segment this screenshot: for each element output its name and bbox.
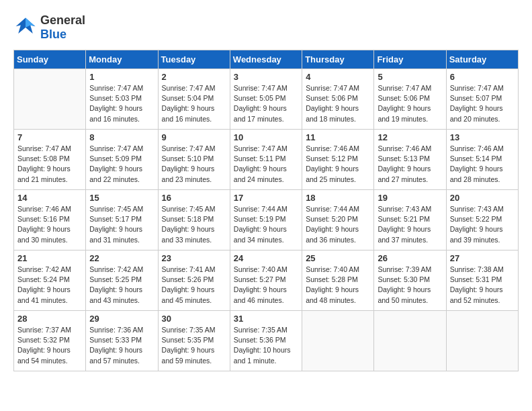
day-info: Sunrise: 7:47 AMSunset: 5:07 PMDaylight:…	[450, 83, 515, 124]
day-number: 21	[17, 253, 82, 263]
day-info: Sunrise: 7:44 AMSunset: 5:20 PMDaylight:…	[306, 204, 370, 245]
day-info: Sunrise: 7:40 AMSunset: 5:28 PMDaylight:…	[306, 265, 370, 306]
calendar-cell: 11Sunrise: 7:46 AMSunset: 5:12 PMDayligh…	[302, 130, 374, 190]
calendar-cell: 17Sunrise: 7:44 AMSunset: 5:19 PMDayligh…	[230, 190, 302, 250]
calendar-cell	[374, 311, 446, 371]
day-header-tuesday: Tuesday	[158, 50, 230, 69]
calendar-cell: 1Sunrise: 7:47 AMSunset: 5:03 PMDaylight…	[86, 69, 158, 130]
day-header-wednesday: Wednesday	[230, 50, 302, 69]
day-info: Sunrise: 7:45 AMSunset: 5:18 PMDaylight:…	[162, 204, 226, 245]
day-number: 17	[234, 193, 298, 203]
calendar-week-row: 21Sunrise: 7:42 AMSunset: 5:24 PMDayligh…	[14, 250, 519, 311]
day-number: 20	[450, 193, 515, 203]
calendar-cell: 7Sunrise: 7:47 AMSunset: 5:08 PMDaylight…	[14, 130, 86, 190]
day-info: Sunrise: 7:38 AMSunset: 5:31 PMDaylight:…	[450, 265, 515, 306]
day-number: 16	[162, 193, 226, 203]
calendar-week-row: 28Sunrise: 7:37 AMSunset: 5:32 PMDayligh…	[14, 311, 519, 371]
calendar-cell: 28Sunrise: 7:37 AMSunset: 5:32 PMDayligh…	[14, 311, 86, 371]
calendar-cell: 23Sunrise: 7:41 AMSunset: 5:26 PMDayligh…	[158, 250, 230, 311]
day-number: 28	[17, 314, 82, 324]
calendar-table: SundayMondayTuesdayWednesdayThursdayFrid…	[13, 50, 519, 371]
day-info: Sunrise: 7:47 AMSunset: 5:08 PMDaylight:…	[17, 144, 82, 185]
day-number: 31	[234, 314, 298, 324]
calendar-cell: 24Sunrise: 7:40 AMSunset: 5:27 PMDayligh…	[230, 250, 302, 311]
day-number: 19	[378, 193, 442, 203]
calendar-cell: 16Sunrise: 7:45 AMSunset: 5:18 PMDayligh…	[158, 190, 230, 250]
calendar-cell: 21Sunrise: 7:42 AMSunset: 5:24 PMDayligh…	[14, 250, 86, 311]
day-number: 11	[306, 132, 370, 142]
logo-bird-icon	[13, 15, 38, 40]
day-number: 25	[306, 253, 370, 263]
day-header-thursday: Thursday	[302, 50, 374, 69]
calendar-cell: 18Sunrise: 7:44 AMSunset: 5:20 PMDayligh…	[302, 190, 374, 250]
day-info: Sunrise: 7:47 AMSunset: 5:06 PMDaylight:…	[306, 83, 370, 124]
calendar-cell: 13Sunrise: 7:46 AMSunset: 5:14 PMDayligh…	[446, 130, 518, 190]
day-number: 18	[306, 193, 370, 203]
calendar-cell	[446, 311, 518, 371]
calendar-cell: 6Sunrise: 7:47 AMSunset: 5:07 PMDaylight…	[446, 69, 518, 130]
calendar-cell	[14, 69, 86, 130]
day-info: Sunrise: 7:47 AMSunset: 5:11 PMDaylight:…	[234, 144, 298, 185]
day-info: Sunrise: 7:47 AMSunset: 5:05 PMDaylight:…	[234, 83, 298, 124]
day-number: 2	[162, 72, 226, 82]
day-info: Sunrise: 7:43 AMSunset: 5:22 PMDaylight:…	[450, 204, 515, 245]
day-number: 30	[162, 314, 226, 324]
day-number: 5	[378, 72, 442, 82]
calendar-cell: 10Sunrise: 7:47 AMSunset: 5:11 PMDayligh…	[230, 130, 302, 190]
day-info: Sunrise: 7:47 AMSunset: 5:04 PMDaylight:…	[162, 83, 226, 124]
day-number: 23	[162, 253, 226, 263]
day-number: 24	[234, 253, 298, 263]
calendar-week-row: 14Sunrise: 7:46 AMSunset: 5:16 PMDayligh…	[14, 190, 519, 250]
day-number: 8	[89, 132, 154, 142]
day-number: 13	[450, 132, 515, 142]
calendar-cell: 8Sunrise: 7:47 AMSunset: 5:09 PMDaylight…	[86, 130, 158, 190]
day-header-sunday: Sunday	[14, 50, 86, 69]
day-number: 10	[234, 132, 298, 142]
calendar-cell: 25Sunrise: 7:40 AMSunset: 5:28 PMDayligh…	[302, 250, 374, 311]
day-header-saturday: Saturday	[446, 50, 518, 69]
day-number: 14	[17, 193, 82, 203]
day-info: Sunrise: 7:45 AMSunset: 5:17 PMDaylight:…	[89, 204, 154, 245]
calendar-cell: 12Sunrise: 7:46 AMSunset: 5:13 PMDayligh…	[374, 130, 446, 190]
day-info: Sunrise: 7:42 AMSunset: 5:24 PMDaylight:…	[17, 265, 82, 306]
day-info: Sunrise: 7:42 AMSunset: 5:25 PMDaylight:…	[89, 265, 154, 306]
calendar-cell	[302, 311, 374, 371]
day-number: 22	[89, 253, 154, 263]
day-number: 9	[162, 132, 226, 142]
day-info: Sunrise: 7:46 AMSunset: 5:14 PMDaylight:…	[450, 144, 515, 185]
day-info: Sunrise: 7:40 AMSunset: 5:27 PMDaylight:…	[234, 265, 298, 306]
day-info: Sunrise: 7:47 AMSunset: 5:06 PMDaylight:…	[378, 83, 442, 124]
day-info: Sunrise: 7:41 AMSunset: 5:26 PMDaylight:…	[162, 265, 226, 306]
day-info: Sunrise: 7:39 AMSunset: 5:30 PMDaylight:…	[378, 265, 442, 306]
day-number: 3	[234, 72, 298, 82]
day-info: Sunrise: 7:43 AMSunset: 5:21 PMDaylight:…	[378, 204, 442, 245]
day-info: Sunrise: 7:44 AMSunset: 5:19 PMDaylight:…	[234, 204, 298, 245]
calendar-cell: 29Sunrise: 7:36 AMSunset: 5:33 PMDayligh…	[86, 311, 158, 371]
calendar-cell: 19Sunrise: 7:43 AMSunset: 5:21 PMDayligh…	[374, 190, 446, 250]
logo-text: General Blue	[40, 13, 85, 42]
day-info: Sunrise: 7:35 AMSunset: 5:36 PMDaylight:…	[234, 325, 298, 366]
calendar-cell: 31Sunrise: 7:35 AMSunset: 5:36 PMDayligh…	[230, 311, 302, 371]
day-number: 1	[89, 72, 154, 82]
day-info: Sunrise: 7:47 AMSunset: 5:10 PMDaylight:…	[162, 144, 226, 185]
day-info: Sunrise: 7:46 AMSunset: 5:16 PMDaylight:…	[17, 204, 82, 245]
day-info: Sunrise: 7:47 AMSunset: 5:03 PMDaylight:…	[89, 83, 154, 124]
calendar-week-row: 7Sunrise: 7:47 AMSunset: 5:08 PMDaylight…	[14, 130, 519, 190]
day-info: Sunrise: 7:46 AMSunset: 5:12 PMDaylight:…	[306, 144, 370, 185]
day-info: Sunrise: 7:35 AMSunset: 5:35 PMDaylight:…	[162, 325, 226, 366]
day-info: Sunrise: 7:36 AMSunset: 5:33 PMDaylight:…	[89, 325, 154, 366]
calendar-cell: 5Sunrise: 7:47 AMSunset: 5:06 PMDaylight…	[374, 69, 446, 130]
calendar-cell: 9Sunrise: 7:47 AMSunset: 5:10 PMDaylight…	[158, 130, 230, 190]
day-number: 26	[378, 253, 442, 263]
day-info: Sunrise: 7:37 AMSunset: 5:32 PMDaylight:…	[17, 325, 82, 366]
calendar-cell: 4Sunrise: 7:47 AMSunset: 5:06 PMDaylight…	[302, 69, 374, 130]
calendar-week-row: 1Sunrise: 7:47 AMSunset: 5:03 PMDaylight…	[14, 69, 519, 130]
calendar-cell: 20Sunrise: 7:43 AMSunset: 5:22 PMDayligh…	[446, 190, 518, 250]
header: General Blue	[13, 13, 519, 42]
day-number: 6	[450, 72, 515, 82]
calendar-cell: 14Sunrise: 7:46 AMSunset: 5:16 PMDayligh…	[14, 190, 86, 250]
calendar-cell: 2Sunrise: 7:47 AMSunset: 5:04 PMDaylight…	[158, 69, 230, 130]
day-info: Sunrise: 7:47 AMSunset: 5:09 PMDaylight:…	[89, 144, 154, 185]
day-number: 15	[89, 193, 154, 203]
day-info: Sunrise: 7:46 AMSunset: 5:13 PMDaylight:…	[378, 144, 442, 185]
